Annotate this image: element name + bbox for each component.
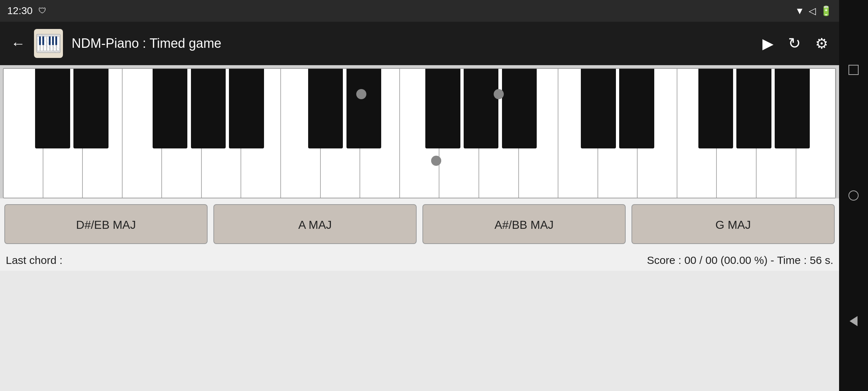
- svg-rect-12: [55, 37, 57, 45]
- white-key-20[interactable]: [756, 69, 796, 198]
- piano-keyboard[interactable]: [3, 68, 836, 198]
- white-key-13[interactable]: [479, 69, 519, 198]
- app-header: ←: [0, 22, 839, 65]
- piano-dot-1: [356, 89, 366, 99]
- chord-button-2[interactable]: A MAJ: [213, 204, 417, 244]
- last-chord-label: Last chord :: [6, 254, 63, 266]
- game-status: Last chord : Score : 00 / 00 (00.00 %) -…: [0, 250, 839, 271]
- nav-back-button[interactable]: [847, 315, 860, 328]
- svg-rect-10: [49, 37, 51, 45]
- app-container: 12:30 🛡 ▼ ◁ 🔋 ←: [0, 0, 839, 391]
- battery-icon: 🔋: [820, 5, 832, 17]
- app-title: NDM-Piano : Timed game: [72, 36, 754, 51]
- piano-container: [0, 65, 839, 198]
- white-key-10[interactable]: [360, 69, 400, 198]
- wifi-icon: ▼: [795, 5, 804, 17]
- white-key-6[interactable]: [201, 69, 241, 198]
- piano-icon: [36, 33, 61, 54]
- white-key-21[interactable]: [796, 69, 836, 198]
- chord-button-1[interactable]: D#/EB MAJ: [4, 204, 208, 244]
- svg-rect-8: [39, 37, 41, 45]
- status-bar-left: 12:30 🛡: [7, 5, 46, 17]
- shield-icon: 🛡: [38, 6, 46, 16]
- white-key-11[interactable]: [400, 69, 439, 198]
- white-key-14[interactable]: [519, 69, 558, 198]
- signal-icon: ◁: [809, 5, 816, 17]
- chord-buttons: D#/EB MAJ A MAJ A#/BB MAJ G MAJ: [0, 198, 839, 250]
- white-key-19[interactable]: [716, 69, 756, 198]
- white-key-1[interactable]: [4, 69, 43, 198]
- app-icon: [34, 29, 63, 58]
- status-time: 12:30: [7, 5, 33, 17]
- score-time-label: Score : 00 / 00 (00.00 %) - Time : 56 s.: [647, 254, 833, 266]
- white-key-16[interactable]: [598, 69, 638, 198]
- header-actions: ▶ ↻ ⚙: [762, 36, 828, 51]
- white-keys: [4, 69, 835, 198]
- white-key-5[interactable]: [162, 69, 201, 198]
- circle-icon: [848, 190, 859, 201]
- white-key-8[interactable]: [281, 69, 320, 198]
- nav-square-button[interactable]: [847, 63, 860, 76]
- piano-dot-3: [431, 156, 441, 166]
- white-key-17[interactable]: [637, 69, 677, 198]
- nav-circle-button[interactable]: [847, 189, 860, 202]
- status-bar: 12:30 🛡 ▼ ◁ 🔋: [0, 0, 839, 22]
- triangle-icon: [850, 316, 858, 326]
- android-sidebar: [839, 0, 868, 391]
- svg-rect-3: [44, 37, 46, 51]
- white-key-12[interactable]: [439, 69, 479, 198]
- back-button[interactable]: ←: [11, 36, 25, 51]
- white-key-7[interactable]: [241, 69, 281, 198]
- piano-dot-2: [494, 89, 504, 99]
- white-key-15[interactable]: [558, 69, 598, 198]
- settings-button[interactable]: ⚙: [815, 36, 828, 51]
- white-key-3[interactable]: [82, 69, 122, 198]
- refresh-button[interactable]: ↻: [788, 36, 801, 51]
- status-bar-right: ▼ ◁ 🔋: [795, 5, 832, 17]
- white-key-4[interactable]: [122, 69, 162, 198]
- chord-button-4[interactable]: G MAJ: [631, 204, 835, 244]
- white-key-9[interactable]: [320, 69, 360, 198]
- square-icon: [848, 65, 859, 75]
- white-key-2[interactable]: [43, 69, 83, 198]
- white-key-18[interactable]: [677, 69, 717, 198]
- play-button[interactable]: ▶: [762, 36, 774, 51]
- chord-button-3[interactable]: A#/BB MAJ: [422, 204, 626, 244]
- content-area: [0, 271, 839, 391]
